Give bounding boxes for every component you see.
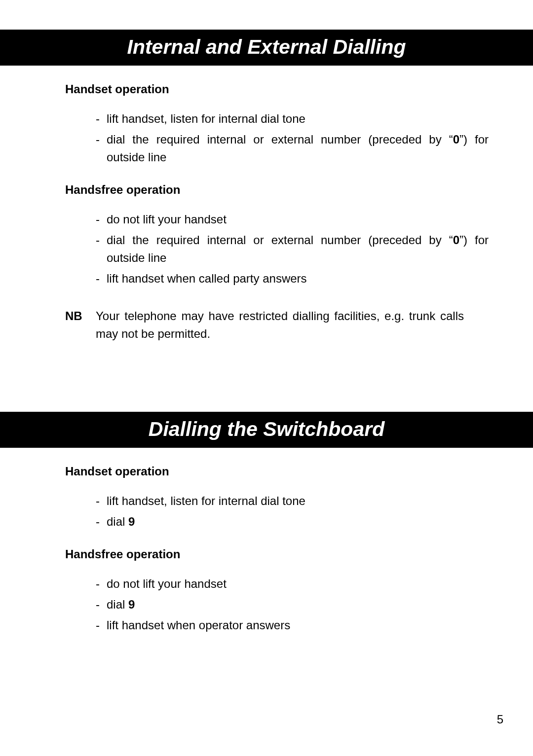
nb-label: NB	[65, 307, 96, 343]
bullet-list: - do not lift your handset - dial 9 - li…	[65, 575, 489, 634]
subheading-handsfree-1: Handsfree operation	[65, 183, 489, 197]
bullet-list: - lift handset, listen for internal dial…	[65, 110, 489, 166]
bullet-dash: -	[96, 513, 107, 531]
section-title-1: Internal and External Dialling	[0, 30, 533, 66]
section-1-content: Handset operation - lift handset, listen…	[20, 82, 513, 343]
bullet-list: - do not lift your handset - dial the re…	[65, 211, 489, 288]
bullet-dash: -	[96, 596, 107, 613]
bullet-dash: -	[96, 211, 107, 228]
list-item: - lift handset, listen for internal dial…	[96, 492, 489, 510]
list-item: - lift handset when called party answers	[96, 270, 489, 288]
bullet-text: dial the required internal or external n…	[107, 231, 489, 267]
bullet-text: lift handset, listen for internal dial t…	[107, 492, 489, 510]
bullet-list: - lift handset, listen for internal dial…	[65, 492, 489, 531]
bullet-text: dial 9	[107, 596, 489, 613]
section-gap	[20, 343, 513, 412]
nb-note: NB Your telephone may have restricted di…	[65, 307, 489, 343]
document-page: Internal and External Dialling Handset o…	[0, 0, 533, 657]
subheading-handset-2: Handset operation	[65, 465, 489, 478]
bullet-text: dial the required internal or external n…	[107, 131, 489, 166]
list-item: - lift handset, listen for internal dial…	[96, 110, 489, 128]
bullet-dash: -	[96, 575, 107, 593]
bullet-text: do not lift your handset	[107, 575, 489, 593]
list-item: - do not lift your handset	[96, 211, 489, 228]
list-item: - do not lift your handset	[96, 575, 489, 593]
bullet-text: lift handset when operator answers	[107, 616, 489, 634]
bullet-dash: -	[96, 110, 107, 128]
bold-digit: 0	[453, 133, 459, 146]
nb-text: Your telephone may have restricted diall…	[96, 307, 464, 343]
list-item: - lift handset when operator answers	[96, 616, 489, 634]
section-title-2: Dialling the Switchboard	[0, 412, 533, 448]
bold-digit: 0	[453, 233, 459, 247]
bullet-text: lift handset when called party answers	[107, 270, 489, 288]
list-item: - dial the required internal or external…	[96, 131, 489, 166]
subheading-handset-1: Handset operation	[65, 82, 489, 96]
bullet-dash: -	[96, 492, 107, 510]
bullet-dash: -	[96, 231, 107, 267]
bullet-text: do not lift your handset	[107, 211, 489, 228]
list-item: - dial the required internal or external…	[96, 231, 489, 267]
bullet-dash: -	[96, 270, 107, 288]
subheading-handsfree-2: Handsfree operation	[65, 547, 489, 561]
bullet-dash: -	[96, 131, 107, 166]
list-item: - dial 9	[96, 596, 489, 613]
bullet-text: lift handset, listen for internal dial t…	[107, 110, 489, 128]
list-item: - dial 9	[96, 513, 489, 531]
section-2-content: Handset operation - lift handset, listen…	[20, 465, 513, 634]
bold-digit: 9	[128, 515, 135, 528]
bold-digit: 9	[128, 598, 135, 611]
bullet-dash: -	[96, 616, 107, 634]
page-number: 5	[497, 713, 503, 726]
bullet-text: dial 9	[107, 513, 489, 531]
